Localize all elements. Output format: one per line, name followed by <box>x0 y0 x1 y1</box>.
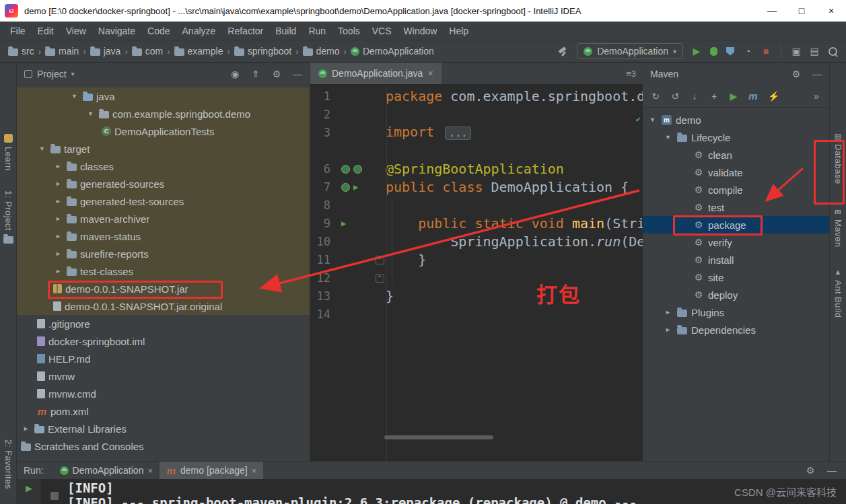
debug-button[interactable] <box>710 47 717 56</box>
close-tab-icon[interactable]: × <box>427 68 433 79</box>
hidden-tabs-badge[interactable]: ≡3 <box>626 69 643 79</box>
project-item-docker-springboot-iml[interactable]: docker-springboot.iml <box>17 332 310 350</box>
project-item-pom-xml[interactable]: mpom.xml <box>17 402 310 420</box>
collapse-arrow-icon[interactable]: ► <box>53 198 63 205</box>
project-item-surefire-reports[interactable]: ►surefire-reports <box>17 245 310 262</box>
project-item-generated-sources[interactable]: ►generated-sources <box>17 175 310 192</box>
maven-item-compile[interactable]: ⚙compile <box>643 181 829 199</box>
project-item-mvnw-cmd[interactable]: mvnw.cmd <box>17 385 310 402</box>
fold-marker-icon[interactable]: ^ <box>376 256 384 264</box>
editor-line[interactable]: 1package com.example.springboot.demo; <box>310 87 643 106</box>
stop-button[interactable]: ■ <box>761 46 771 56</box>
project-item-demo-0-0-1-snapshot-jar[interactable]: demo-0.0.1-SNAPSHOT.jar <box>17 280 310 297</box>
expand-arrow-icon[interactable]: ▼ <box>37 145 47 152</box>
breadcrumb-com[interactable]: com <box>132 46 163 57</box>
collapse-arrow-icon[interactable]: ► <box>21 425 31 432</box>
project-item-mvnw[interactable]: mvnw <box>17 367 310 385</box>
execute-maven-goal-button[interactable]: m <box>748 91 758 101</box>
breadcrumb-example[interactable]: example <box>174 46 223 57</box>
run-tab-demoapplication[interactable]: DemoApplication× <box>53 462 160 479</box>
run-maven-build-button[interactable]: ▶ <box>729 92 738 101</box>
chevron-down-icon[interactable]: ▾ <box>71 70 75 77</box>
collapse-arrow-icon[interactable]: ► <box>53 180 63 187</box>
menu-help[interactable]: Help <box>443 24 474 38</box>
expand-arrow-icon[interactable]: ▼ <box>69 93 79 100</box>
menu-code[interactable]: Code <box>141 24 176 38</box>
breadcrumb-demoapplication[interactable]: DemoApplication <box>351 46 434 57</box>
editor-line[interactable]: 12^ <box>310 269 643 287</box>
locate-file-button[interactable]: ◉ <box>230 69 240 79</box>
hide-project-panel-button[interactable]: — <box>293 69 302 79</box>
maven-item-package[interactable]: ⚙package <box>643 216 829 233</box>
project-item-java[interactable]: ▼java <box>17 87 310 105</box>
project-item-external-libraries[interactable]: ►External Libraries <box>17 420 310 437</box>
tab-learn[interactable]: Learn <box>0 134 16 171</box>
maven-item-plugins[interactable]: ►Plugins <box>643 303 829 321</box>
collapse-arrow-icon[interactable]: ► <box>53 250 63 257</box>
layout-rows-button[interactable]: ▤ <box>810 46 819 56</box>
project-item-gitignore[interactable]: .gitignore <box>17 315 310 332</box>
collapse-arrow-icon[interactable]: ► <box>53 163 63 170</box>
menu-refactor[interactable]: Refactor <box>221 24 269 38</box>
project-settings-button[interactable]: ⚙ <box>272 69 281 79</box>
breadcrumb-src[interactable]: src <box>8 46 34 57</box>
project-item-demoapplicationtests[interactable]: DemoApplicationTests <box>17 122 310 140</box>
run-button[interactable]: ▶ <box>692 46 701 56</box>
fold-marker-icon[interactable]: ^ <box>376 274 384 283</box>
maven-item-clean[interactable]: ⚙clean <box>643 146 829 164</box>
maven-item-lifecycle[interactable]: ▼Lifecycle <box>643 129 829 146</box>
profiler-button[interactable]: ◔ <box>743 46 752 56</box>
breadcrumb-demo[interactable]: demo <box>303 46 340 57</box>
project-item-test-classes[interactable]: ►test-classes <box>17 262 310 280</box>
editor-line[interactable]: 11^ } <box>310 251 643 269</box>
generate-sources-button[interactable]: ↺ <box>670 92 680 101</box>
project-item-maven-status[interactable]: ►maven-status <box>17 227 310 245</box>
menu-tools[interactable]: Tools <box>332 24 366 38</box>
menu-run[interactable]: Run <box>302 24 332 38</box>
console-output[interactable]: [INFO][INFO] --- spring-boot-maven-plugi… <box>67 480 691 504</box>
editor-line[interactable]: 13} <box>310 287 643 305</box>
run-gutter-icon[interactable]: ▶ <box>353 178 358 196</box>
menu-analyze[interactable]: Analyze <box>176 24 222 38</box>
minimize-window-button[interactable]: — <box>757 0 787 22</box>
menu-edit[interactable]: Edit <box>32 24 60 38</box>
more-actions-button[interactable]: » <box>812 92 821 101</box>
editor-line[interactable]: 7▶public class DemoApplication { <box>310 178 643 196</box>
skip-tests-button[interactable]: ⚡ <box>768 92 779 101</box>
run-tab-demo-package[interactable]: mdemo [package]× <box>160 462 263 479</box>
maven-item-demo[interactable]: ▼mdemo <box>643 111 829 129</box>
inspections-ok-icon[interactable]: ✔ <box>636 110 641 129</box>
close-tab-icon[interactable]: × <box>147 466 153 476</box>
project-panel-title[interactable]: Project <box>37 69 67 79</box>
run-configuration-combo[interactable]: DemoApplication ▾ <box>577 43 683 59</box>
project-item-generated-test-sources[interactable]: ►generated-test-sources <box>17 192 310 210</box>
maven-item-deploy[interactable]: ⚙deploy <box>643 286 829 303</box>
maven-item-dependencies[interactable]: ►Dependencies <box>643 321 829 338</box>
download-sources-button[interactable]: ↓ <box>690 92 699 101</box>
editor-line[interactable]: 2 <box>310 106 643 124</box>
search-everywhere-button[interactable] <box>828 46 838 57</box>
menu-file[interactable]: File <box>4 24 32 38</box>
collapse-arrow-icon[interactable]: ► <box>663 326 673 333</box>
maven-item-verify[interactable]: ⚙verify <box>643 233 829 251</box>
editor-line[interactable]: 14 <box>310 305 643 324</box>
project-item-demo-0-0-1-snapshot-jar-original[interactable]: demo-0.0.1-SNAPSHOT.jar.original <box>17 297 310 315</box>
collapse-arrow-icon[interactable]: ► <box>53 233 63 240</box>
editor-line[interactable] <box>310 142 643 160</box>
reload-all-maven-projects-button[interactable]: ↻ <box>651 92 660 101</box>
horizontal-scrollbar[interactable] <box>384 435 493 439</box>
expand-arrow-icon[interactable]: ▼ <box>647 116 658 123</box>
expand-arrow-icon[interactable]: ▼ <box>85 110 96 117</box>
project-item-maven-archiver[interactable]: ►maven-archiver <box>17 210 310 227</box>
coverage-button[interactable] <box>726 47 734 56</box>
editor-line[interactable]: 3import ... <box>310 124 643 142</box>
tab-demoapplication-java[interactable]: DemoApplication.java × <box>310 63 442 84</box>
menu-build[interactable]: Build <box>269 24 302 38</box>
editor-line[interactable]: 8 <box>310 196 643 215</box>
expand-arrow-icon[interactable]: ▼ <box>663 134 673 141</box>
editor-line[interactable]: 10 SpringApplication.run(DemoApplication… <box>310 233 643 251</box>
maven-item-test[interactable]: ⚙test <box>643 199 829 216</box>
breadcrumb-main[interactable]: main <box>45 46 79 57</box>
close-tab-icon[interactable]: × <box>252 466 257 476</box>
collapse-all-button[interactable]: ⇑ <box>251 69 260 79</box>
